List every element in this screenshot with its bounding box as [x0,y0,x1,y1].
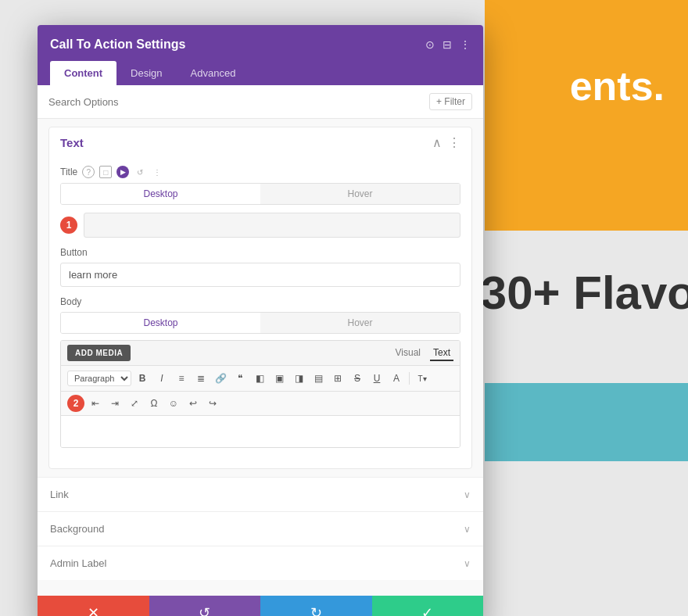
editor-view-tabs: Visual Text [392,346,453,361]
cancel-button[interactable]: ✕ [38,596,149,616]
editor-top-bar: ADD MEDIA Visual Text [61,341,460,366]
undo-button[interactable]: ↩ [185,395,202,412]
title-input-area[interactable] [84,213,460,238]
link-section: Link ∨ [38,477,483,511]
admin-label-section-label: Admin Label [50,557,106,569]
tab-advanced[interactable]: Advanced [177,61,250,85]
link-button[interactable]: 🔗 [212,370,229,387]
body-desktop-tab[interactable]: Desktop [61,313,260,333]
title-input-row: 1 [60,213,460,238]
redo-button[interactable]: ↪ [204,395,221,412]
body-label-text: Body [60,296,81,307]
emoji-button[interactable]: ☺ [165,395,182,412]
button-input[interactable] [60,263,460,287]
bg-teal-block [485,383,688,461]
step-2-badge: 2 [67,395,84,412]
editor-toolbar-2: 2 ⇤ ⇥ ⤢ Ω ☺ ↩ ↪ [61,392,460,416]
bg-dots-text: ents. [570,63,665,109]
admin-label-section: Admin Label ∨ [38,546,483,580]
reset-button[interactable]: ↺ [149,596,261,616]
title-field-label: Title ? □ ▶ ↺ ⋮ [60,166,460,178]
align-center-button[interactable]: ▣ [271,370,288,387]
focus-icon[interactable]: ⊙ [425,38,435,51]
square-icon[interactable]: □ [99,166,112,178]
help-icon[interactable]: ? [82,166,95,178]
blockquote-button[interactable]: ❝ [231,370,249,387]
modal-tabs: Content Design Advanced [50,61,471,85]
align-justify-button[interactable]: ▤ [310,370,327,387]
visual-tab[interactable]: Visual [392,346,424,361]
dots-icon[interactable]: ⋮ [151,166,163,178]
redo-button-footer[interactable]: ↻ [260,596,372,616]
table-button[interactable]: ⊞ [329,370,346,387]
underline-button[interactable]: U [368,370,385,387]
strikethrough-button[interactable]: S [349,370,366,387]
text-tab[interactable]: Text [430,346,453,361]
text-color-button[interactable]: T▾ [414,370,431,387]
align-left-button[interactable]: ◧ [251,370,268,387]
button-field-group: Button [60,247,460,287]
button-label-text: Button [60,247,88,258]
section-more-icon[interactable]: ⋮ [448,135,460,150]
text-section-header[interactable]: Text ∧ ⋮ [49,127,471,158]
paragraph-select[interactable]: Paragraph [67,371,131,386]
outdent-button[interactable]: ⇤ [87,395,104,412]
save-button[interactable]: ✓ [372,596,484,616]
toolbar-sep [409,372,410,385]
body-editor: ADD MEDIA Visual Text Paragraph B [60,340,460,448]
ordered-list-button[interactable]: ≣ [192,370,210,387]
modal-header: Call To Action Settings ⊙ ⊟ ⋮ Content De… [38,25,483,85]
body-desktop-hover-tabs: Desktop Hover [60,312,460,334]
editor-content-area[interactable] [61,416,460,447]
modal-body: + Filter Text ∧ ⋮ Title ? □ ▶ ↺ ⋮ [38,85,483,596]
modal-title-row: Call To Action Settings ⊙ ⊟ ⋮ [50,38,471,52]
admin-label-section-header[interactable]: Admin Label ∨ [38,546,483,580]
modal-title: Call To Action Settings [50,38,185,52]
title-desktop-tab[interactable]: Desktop [61,184,260,204]
tab-content[interactable]: Content [50,61,116,85]
link-section-header[interactable]: Link ∨ [38,478,483,511]
background-section-header[interactable]: Background ∨ [38,512,483,546]
background-chevron-icon: ∨ [464,524,471,535]
title-desktop-hover-tabs: Desktop Hover [60,183,460,205]
filter-button[interactable]: + Filter [429,93,472,110]
columns-icon[interactable]: ⊟ [443,38,452,51]
arrow-icon[interactable]: ▶ [116,166,129,178]
body-hover-tab[interactable]: Hover [260,313,460,333]
bold-button[interactable]: B [134,370,151,387]
unordered-list-button[interactable]: ≡ [173,370,190,387]
admin-label-chevron-icon: ∨ [464,558,471,569]
step-1-badge: 1 [60,217,77,234]
cta-settings-modal: Call To Action Settings ⊙ ⊟ ⋮ Content De… [38,25,483,616]
more-options-icon[interactable]: ⋮ [460,38,471,51]
background-section: Background ∨ [38,511,483,546]
step-2-row: 2 [67,395,84,412]
body-field-group: Body Desktop Hover ADD MEDIA Visual [60,296,460,448]
fullscreen-button[interactable]: ⤢ [126,395,143,412]
body-field-label: Body [60,296,460,307]
reset-icon[interactable]: ↺ [134,166,146,178]
align-right-button[interactable]: ◨ [290,370,307,387]
modal-header-icons: ⊙ ⊟ ⋮ [425,38,471,51]
special-chars-button[interactable]: Ω [145,395,163,412]
text-section-title: Text [60,136,84,149]
search-bar: + Filter [38,85,483,119]
button-field-label: Button [60,247,460,258]
tab-design[interactable]: Design [116,61,176,85]
text-section-content: Title ? □ ▶ ↺ ⋮ Desktop Hover 1 [49,158,471,468]
link-section-label: Link [50,489,69,500]
bottom-spacer [38,580,483,596]
add-media-button[interactable]: ADD MEDIA [67,345,131,361]
collapse-icon[interactable]: ∧ [432,135,442,150]
text-section: Text ∧ ⋮ Title ? □ ▶ ↺ ⋮ Deskto [48,127,472,469]
indent-button[interactable]: ⇥ [106,395,124,412]
bg-orange-block [485,0,688,231]
background-section-label: Background [50,523,104,535]
search-input[interactable] [48,96,429,108]
italic-button[interactable]: I [153,370,170,387]
title-label-text: Title [60,167,77,177]
link-chevron-icon: ∨ [464,489,471,500]
font-color-button[interactable]: A [388,370,405,387]
title-hover-tab[interactable]: Hover [260,184,460,204]
editor-toolbar-1: Paragraph B I ≡ ≣ 🔗 ❝ ◧ ▣ ◨ ▤ [61,366,460,392]
